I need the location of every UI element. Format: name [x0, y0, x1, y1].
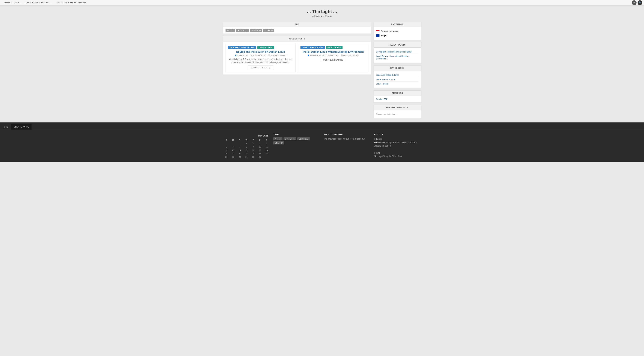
site-footer: HOME LINUX TUTORIAL May 2024 S M T W T F: [0, 122, 644, 162]
login-icon[interactable]: ➡: [632, 0, 636, 5]
tag-widget: TAG APT (1) BPYTOP (1) DEBIAN (2) LINUX …: [223, 22, 371, 34]
cal-day[interactable]: 29: [243, 155, 250, 159]
cal-header-m: M: [230, 138, 236, 142]
cal-day[interactable]: 24: [256, 152, 263, 155]
footer-hours-text: Monday–Friday: 08:30 – 16:30: [374, 155, 402, 158]
cal-header-t1: T: [236, 138, 243, 142]
cal-day[interactable]: 15: [243, 149, 250, 152]
cal-header-w: W: [243, 138, 250, 142]
cal-day[interactable]: 8: [243, 145, 250, 149]
cal-day: [263, 155, 270, 159]
site-header: .:. The Light .:. will show you the way: [0, 5, 644, 20]
cal-day[interactable]: 9: [250, 145, 256, 149]
cal-day[interactable]: 7: [236, 145, 243, 149]
tag-debian[interactable]: DEBIAN (2): [250, 29, 262, 32]
cal-day[interactable]: 27: [230, 155, 236, 159]
cal-day[interactable]: 4: [263, 142, 270, 145]
cal-day[interactable]: 23: [250, 152, 256, 155]
archives-widget: ARCHIVES October 2021: [374, 90, 421, 103]
cal-day[interactable]: 20: [230, 152, 236, 155]
cal-day[interactable]: 6: [230, 145, 236, 149]
nav-linux-app-tutorial[interactable]: LINUX APPLICATION TUTORIAL: [54, 0, 89, 5]
calendar-header: May 2024: [223, 133, 270, 138]
post-1-author: 👤 SYAFRUDDIN: [235, 54, 248, 56]
footer-findus-title: FIND US: [374, 133, 421, 136]
tag-bpytop[interactable]: BPYTOP (1): [236, 29, 249, 32]
archive-oct-2021-link[interactable]: October 2021: [376, 98, 388, 100]
footer-nav-linux-tutorial[interactable]: LINUX TUTORIAL: [11, 124, 32, 130]
post-1-badge-1[interactable]: LINUX APPLICATION TUTORIAL: [228, 46, 256, 49]
cal-day[interactable]: 28: [236, 155, 243, 159]
tag-linux[interactable]: LINUX (2): [263, 29, 274, 32]
cal-day[interactable]: 31: [256, 155, 263, 159]
post-2-badges: LINUX SYSTEM TUTORIAL LINUX TUTORIAL: [300, 46, 366, 49]
footer-nav-home[interactable]: HOME: [0, 124, 11, 130]
search-icon[interactable]: 🔍: [638, 0, 642, 5]
cal-day[interactable]: 26: [223, 155, 230, 159]
cal-day[interactable]: 25: [263, 152, 270, 155]
footer-tag-debian[interactable]: DEBIAN (2): [298, 137, 310, 140]
post-1-excerpt: What is bpytop ? Bpytop is the python ve…: [228, 58, 293, 64]
cat-linux-app[interactable]: Linux Application Tutorial: [376, 74, 399, 76]
post-2-badge-2[interactable]: LINUX TUTORIAL: [326, 46, 342, 49]
footer-tag-linux[interactable]: LINUX (2): [273, 141, 284, 145]
cal-day[interactable]: 30: [250, 155, 256, 159]
cal-day: [223, 142, 230, 145]
post-card-1: LINUX APPLICATION TUTORIAL LINUX TUTORIA…: [226, 44, 296, 72]
main-container: TAG APT (1) BPYTOP (1) DEBIAN (2) LINUX …: [220, 20, 424, 122]
lang-bahasa[interactable]: Bahasa Indonesia: [376, 29, 418, 33]
cal-day[interactable]: 21: [236, 152, 243, 155]
cal-day[interactable]: 2: [250, 142, 256, 145]
recent-posts-title: RECENT POSTS: [223, 36, 371, 41]
footer-hours-label: Hours: [374, 152, 380, 154]
cal-day[interactable]: 11: [263, 145, 270, 149]
cal-day[interactable]: 19: [223, 152, 230, 155]
post-1-title[interactable]: Bpytop and Installation on Debian Linux: [228, 50, 293, 53]
footer-about-title: ABOUT THIS SITE: [324, 133, 371, 136]
sidebar-recent-posts-title: RECENT POSTS: [374, 42, 421, 48]
cal-day[interactable]: 13: [230, 149, 236, 152]
cal-day[interactable]: 16: [250, 149, 256, 152]
tag-apt[interactable]: APT (1): [226, 29, 235, 32]
nav-linux-tutorial[interactable]: LINUX TUTORIAL: [2, 0, 23, 5]
cal-day[interactable]: 14: [236, 149, 243, 152]
footer-tag-bpytop[interactable]: BPYTOP (1): [284, 137, 296, 140]
list-item: Linux Application Tutorial: [376, 73, 418, 77]
footer-tag-apt[interactable]: APT (1): [273, 137, 282, 140]
footer-address-label: Address: [374, 138, 382, 140]
sidebar-post-1-link[interactable]: Bpytop and Installation on Debian Linux: [376, 51, 412, 53]
cal-day[interactable]: 3: [256, 142, 263, 145]
cal-day[interactable]: 12: [223, 149, 230, 152]
cal-day[interactable]: 1: [243, 142, 250, 145]
cal-day[interactable]: 18: [263, 149, 270, 152]
nav-linux-system-tutorial[interactable]: LINUX SYSTEM TUTORIAL: [23, 0, 53, 5]
tag-list: APT (1) BPYTOP (1) DEBIAN (2) LINUX (2): [223, 27, 371, 33]
categories-widget-body: Linux Application Tutorial Linux System …: [374, 71, 421, 88]
footer-tags-col: TAGS APT (1) BPYTOP (1) DEBIAN (2) LINUX…: [273, 133, 320, 159]
footer-content: May 2024 S M T W T F S 123456789101: [220, 130, 424, 162]
post-2-continue-btn[interactable]: CONTINUE READING: [321, 58, 346, 62]
categories-widget: CATEGORIES Linux Application Tutorial Li…: [374, 65, 421, 88]
site-tagline: will show you the way: [2, 15, 642, 17]
no-comments-text: No comments to show.: [376, 112, 418, 116]
list-item: Linux System Tutorial: [376, 77, 418, 82]
cal-header-s2: S: [263, 138, 270, 142]
post-2-date: 🕐 OCTOBER 7, 2021: [322, 54, 339, 56]
cal-day[interactable]: 5: [223, 145, 230, 149]
cal-day[interactable]: 17: [256, 149, 263, 152]
footer-calendar-col: May 2024 S M T W T F S 123456789101: [223, 133, 270, 159]
cat-linux-sys[interactable]: Linux System Tutorial: [376, 78, 396, 81]
sidebar-post-2-link[interactable]: Install Debian Linux without Desktop Env…: [376, 55, 409, 60]
site-title: .:. The Light .:.: [2, 9, 642, 14]
categories-list: Linux Application Tutorial Linux System …: [376, 73, 418, 86]
post-2-title[interactable]: Install Debian Linux without Desktop Env…: [300, 50, 366, 53]
cal-day[interactable]: 10: [256, 145, 263, 149]
cal-day[interactable]: 22: [243, 152, 250, 155]
lang-english[interactable]: English: [376, 33, 418, 38]
cal-header-t2: T: [250, 138, 256, 142]
footer-findus-col: FIND US Address epiwalk Rasuna Epicentru…: [374, 133, 421, 159]
post-1-continue-btn[interactable]: CONTINUE READING: [248, 66, 273, 70]
cat-linux[interactable]: Linux Tutorial: [376, 83, 388, 85]
post-2-badge-1[interactable]: LINUX SYSTEM TUTORIAL: [300, 46, 325, 49]
post-1-badge-2[interactable]: LINUX TUTORIAL: [258, 46, 274, 49]
